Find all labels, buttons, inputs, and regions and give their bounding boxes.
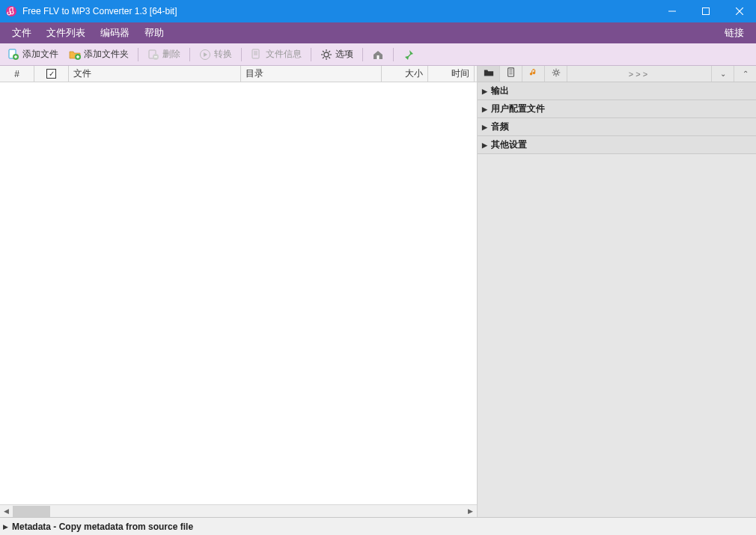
svg-line-21: [323, 51, 324, 52]
group-label: 其他设置: [491, 138, 527, 151]
delete-label: 删除: [162, 48, 180, 61]
checkbox-icon: ✓: [46, 69, 56, 79]
column-header-index[interactable]: #: [0, 66, 34, 82]
menu-encoder[interactable]: 编码器: [93, 23, 137, 43]
minimize-button[interactable]: [655, 0, 689, 22]
options-label: 选项: [335, 48, 353, 61]
column-header-file[interactable]: 文件: [69, 66, 241, 82]
app-icon: [5, 5, 17, 17]
delete-icon: [147, 49, 159, 61]
grid-body[interactable]: [0, 82, 477, 504]
group-label: 音频: [491, 120, 509, 133]
statusbar: ▶ Metadata - Copy metadata from source f…: [0, 517, 756, 535]
file-info-label: 文件信息: [266, 48, 302, 61]
toolbar: 添加文件 添加文件夹 删除 转换 文件信息 选项: [0, 43, 756, 66]
column-header-time[interactable]: 时间: [428, 66, 475, 82]
add-file-icon: [7, 49, 19, 61]
tab-settings[interactable]: [545, 66, 567, 82]
expand-all-button[interactable]: ⌃: [734, 66, 756, 82]
add-folder-button[interactable]: 添加文件夹: [64, 46, 133, 63]
group-label: 输出: [491, 85, 509, 97]
close-button[interactable]: [722, 0, 756, 22]
add-file-label: 添加文件: [22, 48, 58, 61]
svg-point-30: [554, 70, 557, 73]
svg-line-38: [553, 74, 554, 75]
music-note-icon: [528, 67, 539, 81]
tab-audio[interactable]: [522, 66, 545, 82]
add-folder-icon: [69, 49, 81, 61]
folder-icon: [484, 67, 494, 81]
add-file-button[interactable]: 添加文件: [3, 46, 63, 63]
status-text: Metadata - Copy metadata from source fil…: [12, 522, 193, 532]
triangle-right-icon: ▶: [482, 141, 487, 149]
svg-point-16: [324, 52, 329, 57]
maximize-button[interactable]: [689, 0, 722, 22]
grid-header: # ✓ 文件 目录 大小 时间: [0, 66, 477, 82]
scroll-right-arrow[interactable]: ▶: [464, 505, 477, 518]
chevron-up-icon: ⌃: [743, 70, 749, 78]
horizontal-scrollbar[interactable]: ◀ ▶: [0, 504, 477, 517]
column-header-size[interactable]: 大小: [382, 66, 428, 82]
home-button[interactable]: [368, 46, 388, 63]
workarea: # ✓ 文件 目录 大小 时间 ◀ ▶: [0, 66, 756, 517]
svg-line-37: [558, 70, 558, 70]
triangle-right-icon: ▶: [482, 106, 487, 113]
document-icon: [506, 67, 516, 81]
triangle-right-icon: ▶: [482, 123, 487, 131]
triangle-right-icon: ▶: [482, 88, 487, 95]
pin-icon: [403, 49, 415, 61]
play-icon: [199, 49, 211, 61]
svg-line-35: [553, 70, 554, 70]
group-output[interactable]: ▶输出: [478, 82, 756, 100]
home-icon: [372, 49, 384, 61]
column-header-dir[interactable]: 目录: [241, 66, 382, 82]
info-icon: [251, 49, 263, 61]
gear-icon: [551, 67, 561, 81]
convert-label: 转换: [214, 48, 232, 61]
titlebar: Free FLV to MP3 Converter 1.3 [64-bit]: [0, 0, 756, 22]
group-user-profile[interactable]: ▶用户配置文件: [478, 100, 756, 118]
tab-document[interactable]: [500, 66, 522, 82]
svg-rect-2: [702, 8, 709, 15]
column-header-check[interactable]: ✓: [34, 66, 69, 82]
properties-body: ▶输出 ▶用户配置文件 ▶音频 ▶其他设置: [478, 82, 756, 517]
group-other[interactable]: ▶其他设置: [478, 136, 756, 154]
chevron-down-icon: ⌄: [720, 70, 726, 78]
collapse-all-button[interactable]: ⌄: [711, 66, 734, 82]
delete-button[interactable]: 删除: [143, 46, 185, 63]
triangle-right-icon: ▶: [3, 523, 8, 531]
options-button[interactable]: 选项: [316, 46, 358, 63]
svg-line-36: [558, 74, 558, 75]
file-info-button[interactable]: 文件信息: [246, 46, 306, 63]
svg-line-24: [323, 57, 324, 58]
window-title: Free FLV to MP3 Converter 1.3 [64-bit]: [22, 6, 655, 16]
convert-button[interactable]: 转换: [195, 46, 237, 63]
menubar: 文件 文件列表 编码器 帮助 链接: [0, 22, 756, 43]
menu-help[interactable]: 帮助: [137, 23, 171, 43]
svg-line-23: [329, 51, 330, 52]
menu-filelist[interactable]: 文件列表: [39, 23, 93, 43]
group-label: 用户配置文件: [491, 103, 545, 115]
menu-link[interactable]: 链接: [717, 23, 752, 43]
add-folder-label: 添加文件夹: [84, 48, 129, 61]
file-grid-pane: # ✓ 文件 目录 大小 时间 ◀ ▶: [0, 66, 478, 517]
svg-line-22: [329, 57, 330, 58]
properties-pane: >>> ⌄ ⌃ ▶输出 ▶用户配置文件 ▶音频 ▶其他设置: [478, 66, 756, 517]
properties-more[interactable]: >>>: [567, 70, 711, 79]
group-audio[interactable]: ▶音频: [478, 118, 756, 136]
properties-toolbar: >>> ⌄ ⌃: [478, 66, 756, 82]
svg-rect-12: [252, 49, 259, 58]
scroll-thumb[interactable]: [13, 506, 50, 517]
menu-file[interactable]: 文件: [4, 23, 39, 43]
tab-folder[interactable]: [478, 66, 500, 82]
pin-button[interactable]: [398, 46, 419, 63]
svg-rect-25: [377, 55, 379, 59]
scroll-left-arrow[interactable]: ◀: [0, 505, 13, 518]
gear-icon: [320, 49, 332, 61]
